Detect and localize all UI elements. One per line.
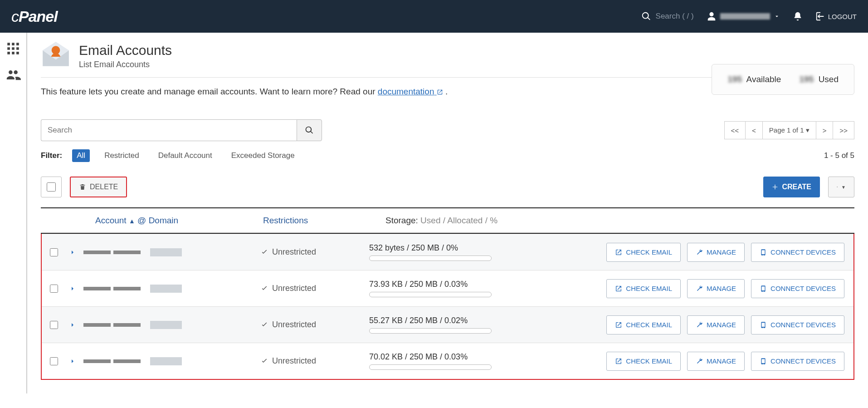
storage-cell: 70.02 KB / 250 MB / 0.03% [369,352,510,370]
storage-cell: 73.93 KB / 250 MB / 0.03% [369,280,510,297]
logout-icon [815,11,825,21]
email-accounts-icon [41,41,71,71]
brand-logo[interactable]: cPanel [11,8,58,25]
connect-devices-button[interactable]: CONNECT DEVICES [751,352,844,371]
documentation-link[interactable]: documentation [378,87,443,96]
manage-button[interactable]: MANAGE [687,315,745,334]
gear-icon [837,183,838,191]
search-icon [305,126,314,135]
stats-box: 195 Available 195 Used [712,64,854,95]
storage-cell: 532 bytes / 250 MB / 0% [369,243,510,261]
restriction-cell: Unrestricted [260,320,369,329]
table-row: Unrestricted70.02 KB / 250 MB / 0.03%CHE… [42,343,853,379]
col-restrictions[interactable]: Restrictions [263,216,385,226]
global-search-placeholder: Search ( / ) [656,12,694,21]
manage-button[interactable]: MANAGE [687,352,745,371]
restriction-cell: Unrestricted [260,356,369,366]
page-next[interactable]: > [816,121,834,139]
connect-devices-button[interactable]: CONNECT DEVICES [751,279,844,298]
storage-progress [369,328,492,334]
account-cell [83,320,260,329]
bell-icon[interactable] [793,11,803,21]
account-cell [83,357,260,366]
apps-grid-icon[interactable] [5,41,21,56]
select-all-checkbox[interactable] [41,177,62,197]
settings-button[interactable]: ▼ [828,177,854,197]
expand-row[interactable] [62,358,83,365]
row-checkbox[interactable] [46,285,62,293]
check-email-button[interactable]: CHECK EMAIL [606,352,681,371]
trash-icon [79,183,86,191]
col-account[interactable]: Account ▲ @ Domain [95,216,263,226]
filter-bar: Filter: All Restricted Default Account E… [41,149,854,162]
check-email-button[interactable]: CHECK EMAIL [606,279,681,298]
used-count: 195 [799,74,814,84]
storage-progress [369,292,492,297]
table-header: Account ▲ @ Domain Restrictions Storage:… [41,208,854,234]
filter-restricted[interactable]: Restricted [100,149,144,162]
available-count: 195 [727,74,742,84]
top-bar: cPanel Search ( / ) LOGOUT [0,0,868,33]
caret-down-icon [774,13,780,20]
search-icon [641,11,651,21]
page-last[interactable]: >> [833,121,854,139]
restriction-cell: Unrestricted [260,247,369,257]
row-checkbox[interactable] [46,357,62,365]
storage-cell: 55.27 KB / 250 MB / 0.02% [369,316,510,334]
filter-exceeded[interactable]: Exceeded Storage [227,149,299,162]
global-search[interactable]: Search ( / ) [641,11,694,21]
account-cell [83,248,260,257]
expand-row[interactable] [62,321,83,329]
action-bar: DELETE CREATE ▼ [41,174,854,208]
expand-row[interactable] [62,285,83,292]
left-nav [0,33,27,393]
page-title: Email Accounts [79,43,172,58]
table-body: Unrestricted532 bytes / 250 MB / 0%CHECK… [41,234,854,380]
account-cell [83,284,260,293]
col-storage[interactable]: Storage: Used / Allocated / % [385,216,497,226]
table-row: Unrestricted532 bytes / 250 MB / 0%CHECK… [42,234,853,270]
email-search [41,119,322,141]
filter-all[interactable]: All [72,149,90,162]
delete-button[interactable]: DELETE [70,177,127,197]
user-menu[interactable] [707,11,780,21]
restriction-cell: Unrestricted [260,284,369,293]
table-row: Unrestricted55.27 KB / 250 MB / 0.02%CHE… [42,306,853,343]
plus-icon [772,184,778,190]
check-email-button[interactable]: CHECK EMAIL [606,243,681,262]
logout-label: LOGOUT [828,13,857,20]
used-label: Used [819,74,839,84]
search-button[interactable] [297,119,322,141]
manage-button[interactable]: MANAGE [687,243,745,262]
search-input[interactable] [41,119,297,141]
result-range: 1 - 5 of 5 [824,151,854,160]
user-icon [707,11,717,21]
row-checkbox[interactable] [46,321,62,329]
row-actions: CHECK EMAILMANAGECONNECT DEVICES [606,243,849,262]
row-actions: CHECK EMAILMANAGECONNECT DEVICES [606,352,849,371]
username-redacted [720,13,770,20]
available-label: Available [746,74,781,84]
check-email-button[interactable]: CHECK EMAIL [606,315,681,334]
connect-devices-button[interactable]: CONNECT DEVICES [751,243,844,262]
page-first[interactable]: << [724,121,746,139]
create-button[interactable]: CREATE [763,177,820,197]
expand-row[interactable] [62,249,83,256]
page-prev[interactable]: < [746,121,763,139]
page-subtitle: List Email Accounts [79,60,172,69]
logout-button[interactable]: LOGOUT [815,11,857,21]
table-row: Unrestricted73.93 KB / 250 MB / 0.03%CHE… [42,270,853,306]
manage-button[interactable]: MANAGE [687,279,745,298]
page-label[interactable]: Page 1 of 1 ▾ [763,121,816,139]
connect-devices-button[interactable]: CONNECT DEVICES [751,315,844,334]
storage-progress [369,364,492,370]
storage-progress [369,256,492,261]
filter-default[interactable]: Default Account [154,149,217,162]
row-actions: CHECK EMAILMANAGECONNECT DEVICES [606,279,849,298]
filter-label: Filter: [41,151,62,160]
external-link-icon [437,89,443,95]
users-icon[interactable] [5,67,21,83]
row-actions: CHECK EMAILMANAGECONNECT DEVICES [606,315,849,334]
pagination: << < Page 1 of 1 ▾ > >> [724,121,855,139]
row-checkbox[interactable] [46,248,62,256]
